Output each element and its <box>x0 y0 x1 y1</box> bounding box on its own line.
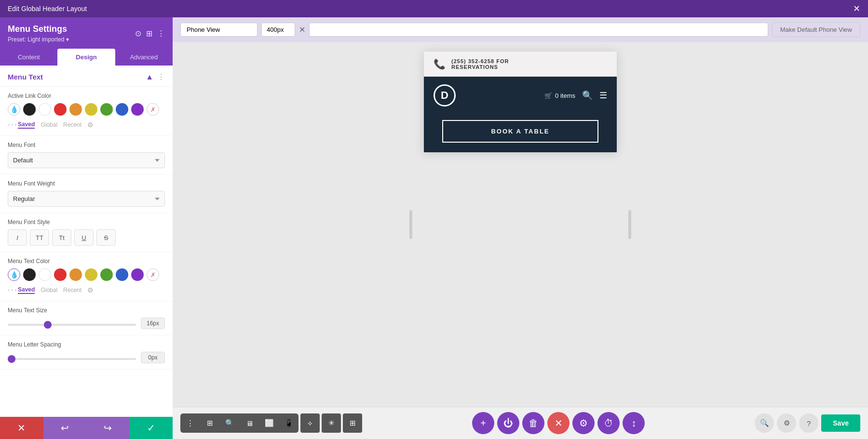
tab-content[interactable]: Content <box>0 49 57 66</box>
save-button[interactable]: Save <box>821 414 860 432</box>
color-settings-icon-2[interactable]: ⚙ <box>87 286 94 294</box>
swatch2-yellow[interactable] <box>85 268 97 281</box>
menu-icon[interactable]: ☰ <box>599 90 607 101</box>
swatch-purple[interactable] <box>131 103 144 116</box>
menu-font-select[interactable]: Default Open Sans Roboto <box>8 152 165 168</box>
dots-button[interactable]: ··· <box>8 120 18 130</box>
delete-button[interactable]: 🗑 <box>522 412 544 434</box>
strikethrough-button[interactable]: S <box>96 229 116 246</box>
swatch2-green[interactable] <box>100 268 113 281</box>
more-options-button[interactable]: ⋮ <box>180 413 200 433</box>
swatch-yellow[interactable] <box>85 103 97 116</box>
settings-button[interactable]: ⚙ <box>572 412 595 434</box>
tab-advanced[interactable]: Advanced <box>115 49 173 66</box>
swatch-red[interactable] <box>54 103 67 116</box>
make-default-button[interactable]: Make Default Phone View <box>772 22 860 37</box>
swatch-blue[interactable] <box>116 103 128 116</box>
menu-text-color-label: Menu Text Color <box>8 258 165 265</box>
swatch-white[interactable] <box>39 103 51 116</box>
grid-overlay-button[interactable]: ⟡ <box>300 413 320 433</box>
swatch-green[interactable] <box>100 103 113 116</box>
phone-number-line2: RESERVATIONS <box>451 64 509 70</box>
view-select[interactable]: Phone View Tablet View Desktop View <box>180 23 258 37</box>
color-settings-icon[interactable]: ⚙ <box>87 121 94 129</box>
swatch2-blue[interactable] <box>116 268 128 281</box>
eyedropper-button-2[interactable]: 💧 <box>8 268 20 281</box>
capitalize-button[interactable]: Tt <box>52 229 71 246</box>
extra-input[interactable] <box>309 23 768 37</box>
swatch2-black[interactable] <box>23 268 36 281</box>
eyedropper-button[interactable]: 💧 <box>8 103 20 116</box>
color-tab2-recent[interactable]: Recent <box>63 287 81 293</box>
title-bar-text: Edit Global Header Layout <box>8 5 87 13</box>
italic-button[interactable]: I <box>8 229 27 246</box>
mobile-button[interactable]: 📱 <box>279 413 298 433</box>
menu-font-group: Menu Font Default Open Sans Roboto <box>0 136 173 174</box>
resize-handle-right[interactable] <box>628 210 631 239</box>
cancel-button[interactable]: ✕ <box>0 417 43 439</box>
active-link-color-swatches: 💧 ✗ <box>8 103 165 116</box>
size-input[interactable] <box>261 23 295 37</box>
menu-letter-spacing-slider[interactable] <box>8 358 136 360</box>
color-tab2-global[interactable]: Global <box>41 287 57 293</box>
undo-button[interactable]: ↩ <box>43 417 87 439</box>
search-right-button[interactable]: 🔍 <box>755 413 774 433</box>
underline-button[interactable]: U <box>74 229 94 246</box>
preset-label[interactable]: Preset: Light imported ▾ <box>8 36 69 43</box>
swatch-black[interactable] <box>23 103 36 116</box>
panel-content: Menu Text ▲ ⋮ Active Link Color 💧 <box>0 66 173 417</box>
tablet-button[interactable]: ⬜ <box>259 413 279 433</box>
close-button[interactable]: ✕ <box>853 4 860 13</box>
search-button[interactable]: 🔍 <box>220 413 239 433</box>
gear-right-button[interactable]: ⚙ <box>777 413 796 433</box>
section-more-button[interactable]: ⋮ <box>157 72 165 81</box>
color-tab-global[interactable]: Global <box>41 121 57 128</box>
confirm-button[interactable]: ✓ <box>130 417 173 439</box>
swatch-orange[interactable] <box>69 103 82 116</box>
collapse-section-button[interactable]: ▲ <box>146 73 153 81</box>
color-tab2-saved[interactable]: Saved <box>18 286 35 294</box>
font-style-buttons: I TT Tt U S <box>8 229 165 246</box>
snap-button[interactable]: ✳ <box>322 413 341 433</box>
swatch2-purple[interactable] <box>131 268 144 281</box>
add-button[interactable]: + <box>472 412 494 434</box>
more-icon-button[interactable]: ⋮ <box>157 29 165 38</box>
menu-text-size-slider[interactable] <box>8 324 136 326</box>
book-table-button[interactable]: BOOK A TABLE <box>442 120 598 143</box>
preview-cta: BOOK A TABLE <box>424 114 617 152</box>
redo-button[interactable]: ↪ <box>86 417 130 439</box>
color-tab-saved[interactable]: Saved <box>18 121 35 129</box>
preview-icon-button[interactable]: ⊙ <box>135 29 141 38</box>
clear-size-button[interactable]: ✕ <box>299 25 305 34</box>
eraser-button[interactable]: ✗ <box>147 103 159 116</box>
uppercase-button[interactable]: TT <box>30 229 49 246</box>
left-panel: Menu Settings Preset: Light imported ▾ ⊙… <box>0 17 173 439</box>
close-action-button[interactable]: ✕ <box>547 412 570 434</box>
active-link-color-group: Active Link Color 💧 ✗ ··· Saved <box>0 87 173 136</box>
swatch2-red[interactable] <box>54 268 67 281</box>
swatch2-white[interactable] <box>39 268 51 281</box>
menu-text-color-swatches: 💧 ✗ <box>8 268 165 281</box>
menu-font-weight-group: Menu Font Weight Regular Bold Light <box>0 174 173 213</box>
timer-button[interactable]: ⏱ <box>597 412 620 434</box>
layout-icon-button[interactable]: ⊞ <box>146 29 152 38</box>
sort-button[interactable]: ↕ <box>623 412 645 434</box>
search-icon[interactable]: 🔍 <box>582 90 593 101</box>
eraser-button-2[interactable]: ✗ <box>147 268 159 281</box>
dots-button-2[interactable]: ··· <box>8 285 18 295</box>
menu-letter-spacing-group: Menu Letter Spacing 0px <box>0 335 173 370</box>
main-layout: Menu Settings Preset: Light imported ▾ ⊙… <box>0 17 868 439</box>
menu-font-weight-select[interactable]: Regular Bold Light <box>8 191 165 207</box>
grid-view-button[interactable]: ⊞ <box>200 413 219 433</box>
color-tabs: Saved Global Recent ⚙ <box>18 121 94 129</box>
power-button[interactable]: ⏻ <box>497 412 519 434</box>
resize-handle-left[interactable] <box>409 210 412 239</box>
color-tab-recent[interactable]: Recent <box>63 121 81 128</box>
help-button[interactable]: ? <box>799 413 818 433</box>
layout-button[interactable]: ⊞ <box>343 413 362 433</box>
swatch2-orange[interactable] <box>69 268 82 281</box>
desktop-button[interactable]: 🖥 <box>240 413 259 433</box>
tab-design[interactable]: Design <box>57 49 115 66</box>
menu-letter-spacing-value: 0px <box>141 352 165 363</box>
nav-cart: 🛒 0 items <box>544 92 575 99</box>
